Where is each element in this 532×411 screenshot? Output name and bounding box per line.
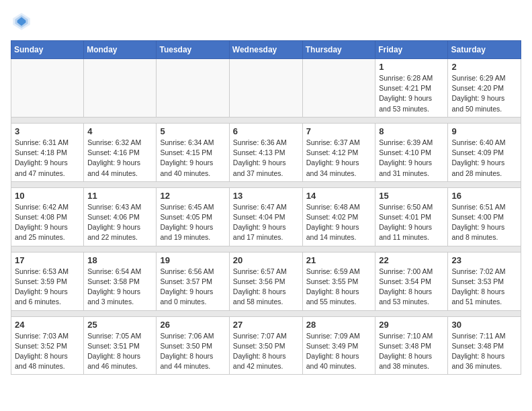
weekday-header-friday: Friday: [375, 41, 448, 59]
day-info: Sunrise: 7:07 AM Sunset: 3:50 PM Dayligh…: [233, 331, 299, 372]
day-number: 16: [451, 191, 517, 201]
day-info: Sunrise: 7:00 AM Sunset: 3:54 PM Dayligh…: [379, 267, 444, 308]
day-number: 27: [233, 320, 299, 330]
day-number: 1: [379, 62, 444, 72]
separator-cell: [11, 310, 521, 316]
day-info: Sunrise: 6:53 AM Sunset: 3:59 PM Dayligh…: [15, 267, 80, 308]
day-number: 19: [160, 255, 225, 265]
weekday-header-saturday: Saturday: [448, 41, 521, 59]
day-info: Sunrise: 7:11 AM Sunset: 3:48 PM Dayligh…: [451, 331, 517, 372]
calendar-table: SundayMondayTuesdayWednesdayThursdayFrid…: [11, 40, 521, 375]
calendar-cell: 18Sunrise: 6:54 AM Sunset: 3:58 PM Dayli…: [84, 252, 157, 310]
calendar-cell: [157, 59, 229, 118]
weekday-header-sunday: Sunday: [11, 41, 84, 59]
day-number: 6: [233, 126, 299, 136]
day-info: Sunrise: 6:45 AM Sunset: 4:05 PM Dayligh…: [160, 202, 225, 243]
day-info: Sunrise: 6:37 AM Sunset: 4:12 PM Dayligh…: [306, 138, 372, 179]
day-info: Sunrise: 6:29 AM Sunset: 4:20 PM Dayligh…: [451, 73, 517, 114]
calendar-cell: 7Sunrise: 6:37 AM Sunset: 4:12 PM Daylig…: [302, 123, 375, 181]
weekday-header-monday: Monday: [84, 41, 157, 59]
calendar-week-4: 17Sunrise: 6:53 AM Sunset: 3:59 PM Dayli…: [11, 252, 521, 310]
calendar-header-row: SundayMondayTuesdayWednesdayThursdayFrid…: [11, 41, 521, 59]
day-info: Sunrise: 7:02 AM Sunset: 3:53 PM Dayligh…: [451, 267, 517, 308]
calendar-cell: 20Sunrise: 6:57 AM Sunset: 3:56 PM Dayli…: [229, 252, 302, 310]
day-number: 21: [306, 255, 372, 265]
weekday-header-tuesday: Tuesday: [157, 41, 229, 59]
calendar-cell: 9Sunrise: 6:40 AM Sunset: 4:09 PM Daylig…: [448, 123, 521, 181]
calendar-cell: 17Sunrise: 6:53 AM Sunset: 3:59 PM Dayli…: [11, 252, 84, 310]
calendar-cell: 10Sunrise: 6:42 AM Sunset: 4:08 PM Dayli…: [11, 187, 84, 246]
calendar-cell: 21Sunrise: 6:59 AM Sunset: 3:55 PM Dayli…: [302, 252, 375, 310]
day-number: 14: [306, 191, 372, 201]
calendar-cell: 19Sunrise: 6:56 AM Sunset: 3:57 PM Dayli…: [157, 252, 229, 310]
day-info: Sunrise: 6:51 AM Sunset: 4:00 PM Dayligh…: [451, 202, 517, 243]
day-info: Sunrise: 6:42 AM Sunset: 4:08 PM Dayligh…: [15, 202, 80, 243]
day-info: Sunrise: 6:57 AM Sunset: 3:56 PM Dayligh…: [233, 267, 299, 308]
day-info: Sunrise: 6:40 AM Sunset: 4:09 PM Dayligh…: [451, 138, 517, 179]
day-number: 26: [160, 320, 225, 330]
calendar-cell: 27Sunrise: 7:07 AM Sunset: 3:50 PM Dayli…: [229, 316, 302, 375]
calendar-cell: 29Sunrise: 7:10 AM Sunset: 3:48 PM Dayli…: [375, 316, 448, 375]
day-number: 5: [160, 126, 225, 136]
calendar-cell: 22Sunrise: 7:00 AM Sunset: 3:54 PM Dayli…: [375, 252, 448, 310]
calendar-cell: 24Sunrise: 7:03 AM Sunset: 3:52 PM Dayli…: [11, 316, 84, 375]
day-number: 18: [87, 255, 152, 265]
day-number: 12: [160, 191, 225, 201]
day-info: Sunrise: 6:36 AM Sunset: 4:13 PM Dayligh…: [233, 138, 299, 179]
calendar-cell: 4Sunrise: 6:32 AM Sunset: 4:16 PM Daylig…: [84, 123, 157, 181]
day-number: 9: [451, 126, 517, 136]
day-number: 20: [233, 255, 299, 265]
calendar-cell: 1Sunrise: 6:28 AM Sunset: 4:21 PM Daylig…: [375, 59, 448, 118]
calendar-cell: [302, 59, 375, 118]
calendar-cell: 28Sunrise: 7:09 AM Sunset: 3:49 PM Dayli…: [302, 316, 375, 375]
calendar-cell: 15Sunrise: 6:50 AM Sunset: 4:01 PM Dayli…: [375, 187, 448, 246]
day-info: Sunrise: 6:56 AM Sunset: 3:57 PM Dayligh…: [160, 267, 225, 308]
separator-cell: [11, 181, 521, 187]
day-number: 13: [233, 191, 299, 201]
day-info: Sunrise: 6:31 AM Sunset: 4:18 PM Dayligh…: [15, 138, 80, 179]
week-separator: [11, 246, 521, 252]
day-info: Sunrise: 6:48 AM Sunset: 4:02 PM Dayligh…: [306, 202, 372, 243]
calendar-cell: 16Sunrise: 6:51 AM Sunset: 4:00 PM Dayli…: [448, 187, 521, 246]
calendar-cell: 8Sunrise: 6:39 AM Sunset: 4:10 PM Daylig…: [375, 123, 448, 181]
day-number: 22: [379, 255, 444, 265]
calendar-cell: 2Sunrise: 6:29 AM Sunset: 4:20 PM Daylig…: [448, 59, 521, 118]
weekday-header-thursday: Thursday: [302, 41, 375, 59]
day-info: Sunrise: 6:54 AM Sunset: 3:58 PM Dayligh…: [87, 267, 152, 308]
calendar-cell: 11Sunrise: 6:43 AM Sunset: 4:06 PM Dayli…: [84, 187, 157, 246]
day-number: 10: [15, 191, 80, 201]
day-number: 24: [15, 320, 80, 330]
day-info: Sunrise: 7:10 AM Sunset: 3:48 PM Dayligh…: [379, 331, 444, 372]
calendar-cell: 6Sunrise: 6:36 AM Sunset: 4:13 PM Daylig…: [229, 123, 302, 181]
page-header: [11, 11, 521, 32]
day-info: Sunrise: 7:03 AM Sunset: 3:52 PM Dayligh…: [15, 331, 80, 372]
calendar-cell: 13Sunrise: 6:47 AM Sunset: 4:04 PM Dayli…: [229, 187, 302, 246]
calendar-week-5: 24Sunrise: 7:03 AM Sunset: 3:52 PM Dayli…: [11, 316, 521, 375]
calendar-cell: [229, 59, 302, 118]
day-info: Sunrise: 7:09 AM Sunset: 3:49 PM Dayligh…: [306, 331, 372, 372]
day-number: 17: [15, 255, 80, 265]
day-number: 8: [379, 126, 444, 136]
day-info: Sunrise: 6:32 AM Sunset: 4:16 PM Dayligh…: [87, 138, 152, 179]
weekday-header-wednesday: Wednesday: [229, 41, 302, 59]
day-info: Sunrise: 6:59 AM Sunset: 3:55 PM Dayligh…: [306, 267, 372, 308]
day-info: Sunrise: 6:47 AM Sunset: 4:04 PM Dayligh…: [233, 202, 299, 243]
calendar-cell: 12Sunrise: 6:45 AM Sunset: 4:05 PM Dayli…: [157, 187, 229, 246]
day-info: Sunrise: 7:06 AM Sunset: 3:50 PM Dayligh…: [160, 331, 225, 372]
day-number: 2: [451, 62, 517, 72]
calendar-cell: [11, 59, 84, 118]
day-info: Sunrise: 6:28 AM Sunset: 4:21 PM Dayligh…: [379, 73, 444, 114]
day-number: 29: [379, 320, 444, 330]
separator-cell: [11, 246, 521, 252]
calendar-cell: 30Sunrise: 7:11 AM Sunset: 3:48 PM Dayli…: [448, 316, 521, 375]
calendar-week-1: 1Sunrise: 6:28 AM Sunset: 4:21 PM Daylig…: [11, 59, 521, 118]
day-number: 15: [379, 191, 444, 201]
calendar-cell: 3Sunrise: 6:31 AM Sunset: 4:18 PM Daylig…: [11, 123, 84, 181]
day-number: 30: [451, 320, 517, 330]
day-info: Sunrise: 6:39 AM Sunset: 4:10 PM Dayligh…: [379, 138, 444, 179]
day-number: 23: [451, 255, 517, 265]
week-separator: [11, 310, 521, 316]
day-number: 25: [87, 320, 152, 330]
day-info: Sunrise: 7:05 AM Sunset: 3:51 PM Dayligh…: [87, 331, 152, 372]
day-number: 28: [306, 320, 372, 330]
